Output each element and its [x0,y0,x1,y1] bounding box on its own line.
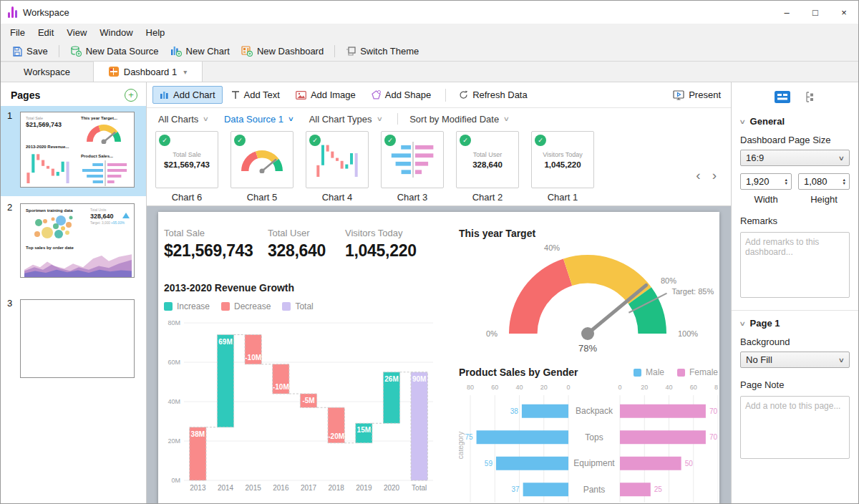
height-label: Height [798,194,850,205]
svg-text:2018: 2018 [329,484,345,492]
background-select[interactable]: No Fill ∨ [740,352,850,368]
add-image-button[interactable]: Add Image [288,86,363,104]
thumb-area-chart [24,251,132,277]
gauge-chart[interactable]: Target: 85%0%40%80%100%78% [459,243,717,355]
svg-text:40: 40 [515,384,523,391]
add-shape-button[interactable]: Add Shape [364,86,438,104]
thumb-butterfly-title: Product Sales... [81,154,113,158]
gallery-card-chart-6[interactable]: ✓ Total Sale $21,569,743 Chart 6 [155,131,218,203]
minimize-icon[interactable]: – [772,1,801,24]
present-button[interactable]: Present [673,89,721,100]
menu-edit[interactable]: Edit [31,26,60,39]
page-item-2[interactable]: 2 Sportmen training data Total Units 328… [1,198,146,286]
section-page-1[interactable]: ∨ Page 1 [740,318,850,329]
add-text-button[interactable]: Add Text [224,86,287,104]
svg-text:40: 40 [665,384,672,391]
svg-text:100%: 100% [678,329,698,338]
tab-dashboard-1[interactable]: Dashboard 1 ▾ [94,62,203,82]
page-item-1[interactable]: 1 Total Sale $21,569,743 This year Targe… [1,106,146,196]
page-1-thumbnail[interactable]: Total Sale $21,569,743 This year Target.… [20,112,135,188]
page-2-thumbnail[interactable]: Sportmen training data Total Units 328,6… [20,203,135,278]
page-note-textarea[interactable] [740,396,850,459]
maximize-icon[interactable]: □ [801,1,830,24]
chevron-down-icon: ∨ [203,115,209,122]
menu-help[interactable]: Help [140,26,172,39]
dashboard-page[interactable]: Total Sale $21,569,743 Total User 328,64… [158,212,719,503]
card-name: Chart 4 [322,192,353,203]
kpi-total-user[interactable]: Total User 328,640 [268,228,345,261]
waterfall-chart[interactable]: 0M20M40M60M80M38M201369M2014-10M2015-10M… [164,317,439,495]
legend-swatch [634,369,641,377]
section-general[interactable]: ∨ General [740,116,850,127]
add-text-icon [231,91,240,100]
page-size-select[interactable]: 16:9 ∨ [740,150,850,166]
svg-text:26M: 26M [384,375,398,383]
svg-text:70: 70 [709,407,718,415]
tab-workspace[interactable]: Workspace [1,62,94,82]
check-icon: ✓ [384,135,396,146]
switch-theme-button[interactable]: Switch Theme [340,44,424,59]
new-chart-icon [170,46,182,57]
next-icon[interactable]: › [712,170,717,181]
svg-text:20: 20 [641,384,648,391]
svg-text:2019: 2019 [356,484,372,492]
svg-text:75: 75 [465,433,473,441]
kpi-visitors-today[interactable]: Visitors Today 1,045,220 [345,228,417,261]
add-page-icon[interactable]: + [125,89,137,102]
new-dashboard-button[interactable]: New Dashboard [236,44,329,59]
svg-text:Total: Total [412,484,427,492]
gallery-card-chart-2[interactable]: ✓ Total User 328,640 Chart 2 [456,131,519,203]
svg-text:40%: 40% [544,243,560,252]
inspector-tabs [740,88,850,110]
menu-view[interactable]: View [60,26,93,39]
svg-text:2017: 2017 [301,484,317,492]
menu-file[interactable]: File [4,26,31,39]
page-number: 1 [7,110,12,121]
kpi-total-sale[interactable]: Total Sale $21,569,743 [164,228,268,261]
tab-caret-icon[interactable]: ▾ [183,68,187,76]
new-chart-button[interactable]: New Chart [165,44,236,59]
structure-tab-icon[interactable] [803,91,815,103]
spinner-arrows-icon[interactable]: ▲▼ [843,178,846,185]
gallery-card-chart-1[interactable]: ✓ Visitors Today 1,045,220 Chart 1 [531,131,594,203]
add-chart-button[interactable]: Add Chart [152,86,223,104]
svg-text:Target: 85%: Target: 85% [671,287,714,296]
svg-text:20M: 20M [168,437,180,445]
svg-text:2013: 2013 [190,484,206,492]
thumb-kpi-value: 328,640 [90,213,114,220]
save-button[interactable]: Save [6,44,54,59]
refresh-data-button[interactable]: Refresh Data [452,86,535,104]
filter-chart-types[interactable]: All Chart Types∨ [309,114,382,125]
gallery-card-chart-3[interactable]: ✓ Chart 3 [381,131,444,203]
new-data-source-button[interactable]: New Data Source [64,44,165,59]
workspace-logo-icon [8,6,17,18]
gallery-card-chart-4[interactable]: ✓ Chart 4 [306,131,369,203]
canvas-area: Total Sale $21,569,743 Total User 328,64… [147,206,731,503]
filter-sort[interactable]: Sort by Modified Date∨ [409,114,509,125]
svg-text:40M: 40M [168,398,180,405]
card-gauge-chart [240,146,284,173]
prev-icon[interactable]: ‹ [696,170,700,181]
svg-text:25: 25 [654,485,663,493]
svg-text:-5M: -5M [302,397,314,404]
card-butterfly-chart [389,141,436,178]
width-input[interactable] [746,176,777,187]
remarks-textarea[interactable] [740,232,850,298]
filter-separator [397,113,398,125]
card-name: Chart 6 [172,192,203,203]
filter-data-source[interactable]: Data Source 1∨ [224,114,293,125]
remarks-label: Remarks [740,215,850,226]
svg-text:0M: 0M [171,477,180,484]
close-icon[interactable]: × [830,1,858,24]
thumb-butterfly-chart [79,160,130,187]
thumb-gauge-chart [85,122,122,144]
spinner-arrows-icon[interactable]: ▲▼ [785,178,788,185]
filter-all-charts[interactable]: All Charts∨ [158,114,208,125]
butterfly-chart[interactable]: 002020404060608080category3870Backpack75… [459,382,718,503]
page-item-3[interactable]: 3 [1,294,146,387]
properties-tab-icon[interactable] [775,91,790,103]
gallery-card-chart-5[interactable]: ✓ Chart 5 [230,131,293,203]
page-3-thumbnail[interactable] [20,299,135,378]
menu-window[interactable]: Window [93,26,139,39]
height-input[interactable] [804,176,835,187]
